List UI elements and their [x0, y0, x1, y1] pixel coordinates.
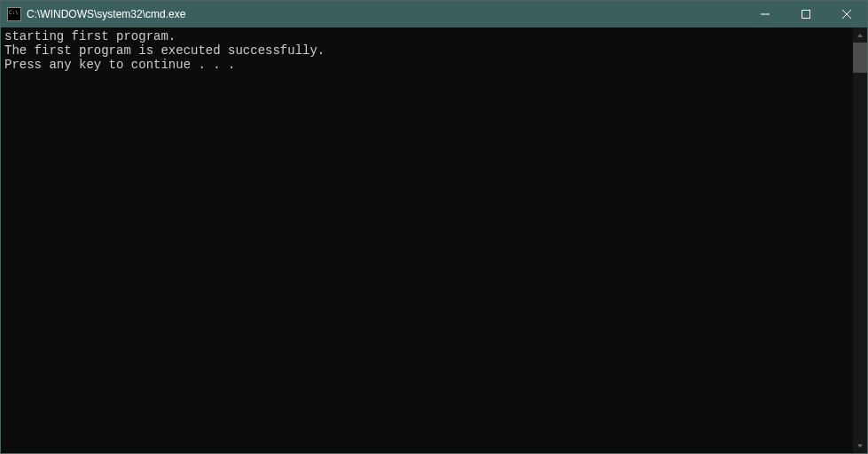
terminal-area[interactable]: starting first program. The first progra…: [1, 27, 867, 453]
scroll-down-button[interactable]: [853, 438, 867, 453]
svg-rect-1: [802, 11, 810, 19]
terminal-output: starting first program. The first progra…: [1, 27, 853, 453]
scrollbar[interactable]: [853, 27, 867, 453]
scroll-thumb[interactable]: [853, 43, 867, 73]
scroll-up-button[interactable]: [853, 27, 867, 43]
minimize-button[interactable]: [745, 1, 786, 27]
titlebar[interactable]: C:\WINDOWS\system32\cmd.exe: [1, 1, 867, 27]
maximize-button[interactable]: [786, 1, 826, 27]
cmd-icon: [7, 7, 21, 21]
window-title: C:\WINDOWS\system32\cmd.exe: [27, 8, 745, 20]
window-controls: [745, 1, 867, 27]
close-button[interactable]: [826, 1, 867, 27]
